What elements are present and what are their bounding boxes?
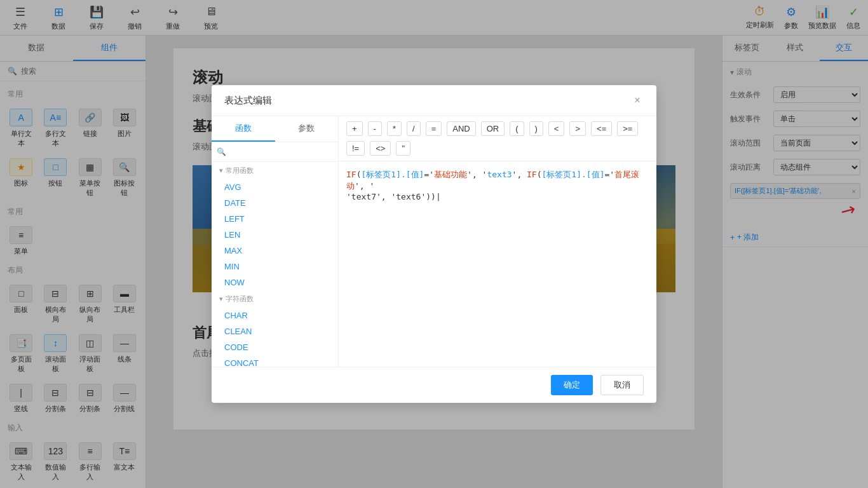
cancel-button[interactable]: 取消 [600,375,644,395]
modal-search: 🔍 [212,142,338,162]
modal-content: 函数 参数 🔍 ▾ 常用函数 AVG DATE LEFT LEN MAX [212,116,656,367]
op-or[interactable]: OR [481,121,505,136]
op-quote[interactable]: " [396,141,410,156]
op-gt[interactable]: > [569,121,586,136]
op-and[interactable]: AND [447,121,475,136]
modal-title: 表达式编辑 [224,95,272,107]
modal-footer: 确定 取消 [212,367,656,403]
func-MAX[interactable]: MAX [212,243,338,259]
modal-header: 表达式编辑 × [212,85,656,116]
op-mult[interactable]: * [387,121,402,136]
modal-editor: + - * / = AND OR ( ) < > <= >= != <> " [339,116,656,367]
func-CONCAT[interactable]: CONCAT [212,355,338,367]
modal-tab-params[interactable]: 参数 [275,116,339,142]
modal-search-input[interactable] [229,147,333,156]
op-minus[interactable]: - [368,121,382,136]
op-lparen[interactable]: ( [510,121,524,136]
op-lt[interactable]: < [548,121,565,136]
op-neq[interactable]: != [346,141,365,156]
op-lte[interactable]: <= [591,121,612,136]
func-CHAR[interactable]: CHAR [212,308,338,323]
func-NOW[interactable]: NOW [212,274,338,290]
modal-search-icon: 🔍 [217,147,226,156]
func-CLEAN[interactable]: CLEAN [212,323,338,339]
confirm-button[interactable]: 确定 [551,375,593,395]
modal-left: 函数 参数 🔍 ▾ 常用函数 AVG DATE LEFT LEN MAX [212,116,339,367]
func-AVG[interactable]: AVG [212,179,338,195]
string-funcs-group[interactable]: ▾ 字符函数 [212,290,338,308]
func-DATE[interactable]: DATE [212,195,338,211]
op-rparen[interactable]: ) [529,121,543,136]
func-LEN[interactable]: LEN [212,227,338,243]
common-funcs-group[interactable]: ▾ 常用函数 [212,162,338,179]
chevron-icon2: ▾ [219,295,223,303]
op-neq2[interactable]: <> [370,141,391,156]
func-LEFT[interactable]: LEFT [212,211,338,227]
modal-tabs: 函数 参数 [212,116,338,142]
func-CODE[interactable]: CODE [212,339,338,355]
op-plus[interactable]: + [346,121,363,136]
editor-area[interactable]: IF([标签页1].[值]='基础功能', 'text3', IF([标签页1]… [339,161,656,367]
expression-modal: 表达式编辑 × 函数 参数 🔍 ▾ 常用函数 AVG [212,85,656,403]
op-div[interactable]: / [407,121,421,136]
func-list: ▾ 常用函数 AVG DATE LEFT LEN MAX MIN NOW ▾ 字… [212,162,338,367]
op-gte[interactable]: >= [617,121,638,136]
chevron-icon: ▾ [219,166,223,175]
modal-overlay[interactable]: 表达式编辑 × 函数 参数 🔍 ▾ 常用函数 AVG [0,0,868,488]
op-eq[interactable]: = [426,121,442,136]
editor-content: IF([标签页1].[值]='基础功能', 'text3', IF([标签页1]… [346,169,649,201]
modal-tab-func[interactable]: 函数 [212,116,275,142]
func-MIN[interactable]: MIN [212,259,338,274]
modal-close-button[interactable]: × [631,94,644,107]
modal-operators: + - * / = AND OR ( ) < > <= >= != <> " [339,116,656,161]
